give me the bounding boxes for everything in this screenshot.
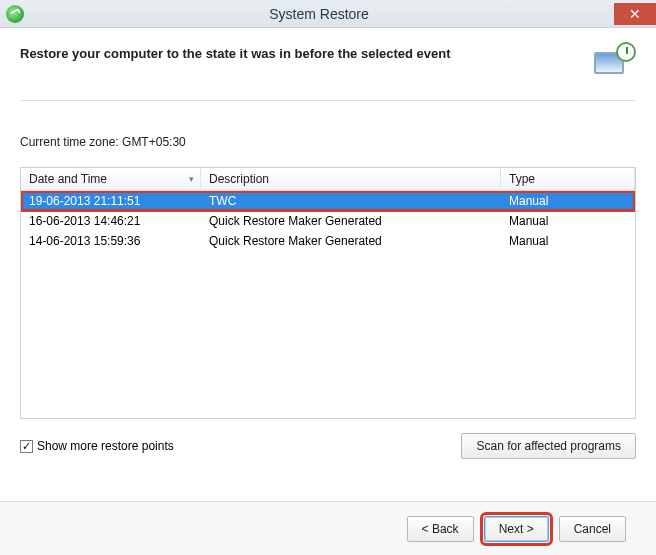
show-more-label: Show more restore points	[37, 439, 174, 453]
table-row[interactable]: 19-06-2013 21:11:51TWCManual	[21, 191, 635, 211]
divider	[20, 100, 636, 101]
cell-type: Manual	[501, 194, 635, 208]
cell-type: Manual	[501, 234, 635, 248]
table-row[interactable]: 16-06-2013 14:46:21Quick Restore Maker G…	[21, 211, 635, 231]
wizard-footer: < Back Next > Cancel	[0, 501, 656, 555]
cell-description: Quick Restore Maker Generated	[201, 214, 501, 228]
column-header-type-label: Type	[509, 172, 535, 186]
cell-datetime: 19-06-2013 21:11:51	[21, 194, 201, 208]
cell-description: Quick Restore Maker Generated	[201, 234, 501, 248]
cell-datetime: 14-06-2013 15:59:36	[21, 234, 201, 248]
column-header-datetime[interactable]: Date and Time ▾	[21, 168, 201, 191]
cell-description: TWC	[201, 194, 501, 208]
column-header-description[interactable]: Description	[201, 168, 501, 191]
titlebar: System Restore ✕	[0, 0, 656, 28]
window-title: System Restore	[24, 6, 614, 22]
close-icon: ✕	[629, 6, 641, 22]
cancel-button[interactable]: Cancel	[559, 516, 626, 542]
next-button[interactable]: Next >	[484, 516, 549, 542]
timezone-label: Current time zone: GMT+05:30	[20, 135, 636, 149]
restore-points-table: Date and Time ▾ Description Type 19-06-2…	[20, 167, 636, 419]
restore-graphic-icon	[590, 42, 636, 82]
cell-datetime: 16-06-2013 14:46:21	[21, 214, 201, 228]
table-row[interactable]: 14-06-2013 15:59:36Quick Restore Maker G…	[21, 231, 635, 251]
table-header: Date and Time ▾ Description Type	[21, 168, 635, 191]
sort-indicator-icon: ▾	[189, 174, 194, 184]
close-button[interactable]: ✕	[614, 3, 656, 25]
scan-affected-button[interactable]: Scan for affected programs	[461, 433, 636, 459]
page-heading: Restore your computer to the state it wa…	[20, 42, 451, 61]
column-header-description-label: Description	[209, 172, 269, 186]
cell-type: Manual	[501, 214, 635, 228]
system-restore-icon	[6, 5, 24, 23]
show-more-checkbox[interactable]: ✓ Show more restore points	[20, 439, 174, 453]
column-header-type[interactable]: Type	[501, 168, 635, 191]
column-header-datetime-label: Date and Time	[29, 172, 107, 186]
checkbox-icon: ✓	[20, 440, 33, 453]
back-button[interactable]: < Back	[407, 516, 474, 542]
